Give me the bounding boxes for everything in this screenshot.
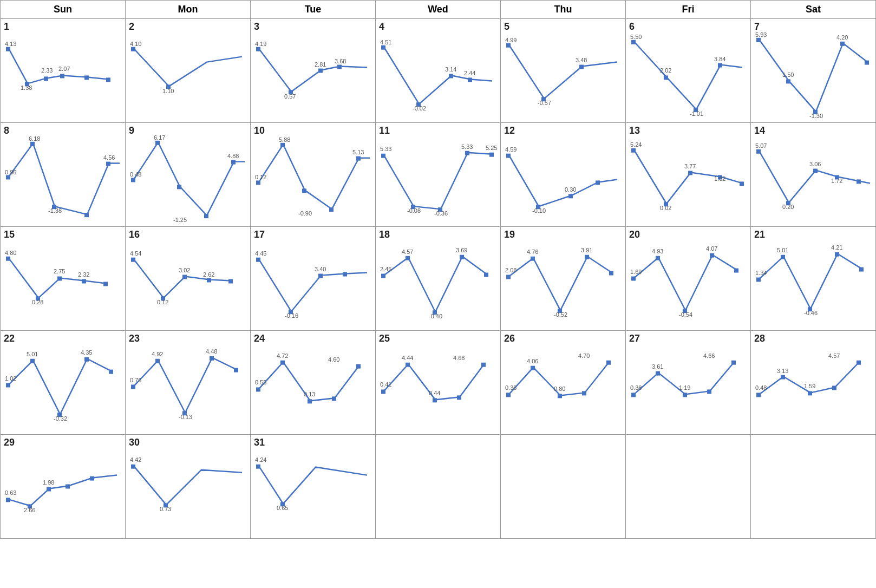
svg-rect-110	[857, 179, 861, 184]
svg-text:3.77: 3.77	[684, 163, 696, 169]
day-4: 4 4.51 -0.02 3.14 2.44	[376, 19, 501, 123]
svg-rect-198	[356, 364, 361, 369]
svg-rect-90	[506, 154, 511, 158]
svg-text:1.69: 1.69	[630, 269, 642, 275]
svg-rect-128	[228, 279, 233, 283]
svg-text:1.72: 1.72	[831, 178, 842, 184]
svg-text:3.61: 3.61	[652, 363, 663, 370]
svg-text:4.66: 4.66	[703, 352, 715, 359]
svg-text:2.32: 2.32	[78, 271, 89, 278]
svg-rect-241	[47, 487, 51, 491]
svg-rect-71	[256, 180, 260, 185]
svg-rect-84	[489, 153, 494, 157]
svg-text:-0.57: -0.57	[538, 100, 551, 106]
day-27: 27 0.38 3.61 1.19 4.66	[626, 331, 751, 435]
svg-rect-101	[740, 181, 744, 186]
svg-rect-39	[718, 63, 722, 68]
svg-rect-117	[57, 277, 62, 281]
svg-text:0.65: 0.65	[277, 505, 288, 511]
svg-text:4.93: 4.93	[652, 248, 663, 254]
svg-text:0.96: 0.96	[5, 169, 16, 175]
svg-text:4.54: 4.54	[130, 250, 141, 257]
svg-text:4.44: 4.44	[402, 355, 413, 361]
svg-text:0.12: 0.12	[255, 174, 266, 180]
svg-text:0.38: 0.38	[630, 384, 642, 391]
svg-text:-1.25: -1.25	[173, 217, 187, 223]
svg-text:4.60: 4.60	[328, 356, 339, 363]
svg-text:0.48: 0.48	[755, 384, 767, 391]
svg-text:-0.90: -0.90	[298, 210, 312, 217]
svg-text:0.30: 0.30	[565, 186, 576, 193]
svg-rect-22	[381, 45, 385, 50]
svg-rect-57	[106, 162, 110, 166]
svg-rect-153	[609, 271, 613, 276]
svg-rect-53	[6, 175, 10, 179]
svg-text:1.98: 1.98	[43, 479, 54, 486]
svg-text:2.33: 2.33	[41, 68, 53, 74]
svg-text:1.34: 1.34	[755, 270, 767, 276]
svg-rect-63	[155, 141, 160, 145]
svg-text:3.84: 3.84	[714, 56, 725, 62]
svg-rect-243	[90, 476, 94, 481]
svg-text:2.07: 2.07	[58, 66, 70, 73]
svg-rect-56	[84, 213, 89, 217]
svg-text:5.50: 5.50	[630, 34, 642, 40]
day-3: 3 4.19 0.57 2.81 3.68	[251, 19, 376, 123]
svg-rect-231	[781, 375, 785, 380]
svg-text:5.24: 5.24	[630, 141, 642, 148]
svg-rect-161	[710, 253, 714, 258]
day-14: 14 5.07 0.20 3.06 1.72	[751, 123, 876, 227]
svg-text:5.01: 5.01	[27, 351, 38, 357]
svg-rect-194	[256, 387, 260, 391]
svg-rect-108	[813, 169, 818, 173]
svg-text:5.33: 5.33	[380, 146, 391, 152]
svg-rect-152	[585, 255, 589, 259]
calendar-grid: Sun Mon Tue Wed Thu Fri Sat 1 4.13 1.38 …	[0, 0, 876, 539]
svg-rect-158	[631, 277, 636, 281]
svg-rect-176	[6, 383, 10, 387]
svg-text:5.01: 5.01	[777, 247, 788, 253]
svg-rect-66	[231, 160, 236, 165]
day-1: 1 4.13 1.38 2.33 2.07	[1, 19, 126, 123]
svg-rect-54	[30, 142, 35, 146]
svg-text:-1.01: -1.01	[690, 110, 703, 117]
svg-text:-0.16: -0.16	[285, 312, 298, 319]
svg-rect-251	[256, 465, 260, 469]
svg-text:4.76: 4.76	[527, 249, 538, 255]
svg-text:4.20: 4.20	[836, 34, 848, 41]
svg-text:4.21: 4.21	[831, 244, 842, 251]
day-9: 9 0.48 6.17 -1.25 4.88	[126, 123, 251, 227]
svg-rect-25	[468, 77, 472, 82]
svg-rect-119	[103, 282, 108, 286]
svg-text:-0.46: -0.46	[804, 310, 818, 316]
svg-rect-80	[381, 154, 385, 158]
svg-text:4.56: 4.56	[103, 154, 115, 161]
svg-text:4.99: 4.99	[505, 37, 517, 43]
svg-rect-177	[30, 359, 35, 363]
svg-rect-179	[84, 357, 89, 362]
svg-text:0.20: 0.20	[782, 204, 794, 210]
empty-cell-3	[626, 435, 751, 539]
svg-rect-64	[177, 185, 181, 189]
svg-rect-180	[109, 370, 113, 374]
svg-text:3.40: 3.40	[315, 266, 326, 272]
svg-text:-0.32: -0.32	[54, 415, 67, 422]
svg-rect-75	[356, 156, 361, 161]
svg-text:0.48: 0.48	[130, 172, 141, 178]
day-13: 13 5.24 0.02 3.77 1.02	[626, 123, 751, 227]
svg-rect-196	[308, 399, 312, 403]
svg-text:4.42: 4.42	[130, 456, 141, 463]
svg-text:0.02: 0.02	[660, 205, 671, 211]
svg-rect-135	[318, 274, 323, 278]
svg-rect-212	[506, 393, 511, 397]
svg-rect-10	[131, 47, 135, 51]
svg-text:2.45: 2.45	[380, 266, 391, 272]
svg-rect-197	[332, 396, 336, 401]
svg-rect-159	[656, 256, 660, 260]
svg-text:4.48: 4.48	[206, 348, 217, 355]
svg-rect-14	[256, 47, 260, 51]
svg-text:5.25: 5.25	[486, 145, 497, 151]
svg-text:-0.40: -0.40	[429, 313, 442, 319]
svg-text:5.33: 5.33	[461, 143, 473, 150]
svg-text:4.35: 4.35	[81, 349, 92, 356]
